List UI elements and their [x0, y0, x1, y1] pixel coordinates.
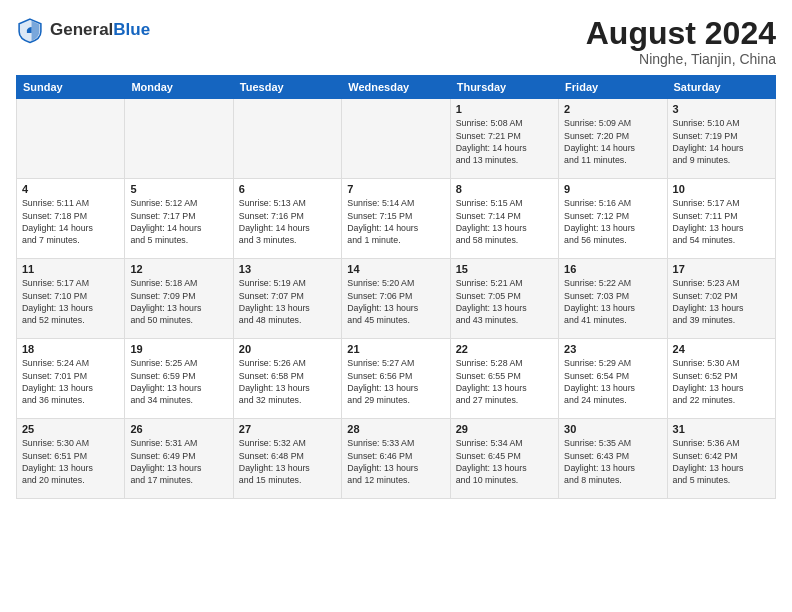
calendar-week-1: 1Sunrise: 5:08 AM Sunset: 7:21 PM Daylig… [17, 99, 776, 179]
day-info: Sunrise: 5:13 AM Sunset: 7:16 PM Dayligh… [239, 197, 336, 246]
calendar-cell [233, 99, 341, 179]
day-info: Sunrise: 5:28 AM Sunset: 6:55 PM Dayligh… [456, 357, 553, 406]
calendar-cell: 6Sunrise: 5:13 AM Sunset: 7:16 PM Daylig… [233, 179, 341, 259]
day-info: Sunrise: 5:19 AM Sunset: 7:07 PM Dayligh… [239, 277, 336, 326]
day-number: 16 [564, 263, 661, 275]
day-number: 21 [347, 343, 444, 355]
day-info: Sunrise: 5:33 AM Sunset: 6:46 PM Dayligh… [347, 437, 444, 486]
day-info: Sunrise: 5:27 AM Sunset: 6:56 PM Dayligh… [347, 357, 444, 406]
day-number: 30 [564, 423, 661, 435]
day-info: Sunrise: 5:34 AM Sunset: 6:45 PM Dayligh… [456, 437, 553, 486]
calendar-cell: 19Sunrise: 5:25 AM Sunset: 6:59 PM Dayli… [125, 339, 233, 419]
day-number: 31 [673, 423, 770, 435]
calendar-cell: 16Sunrise: 5:22 AM Sunset: 7:03 PM Dayli… [559, 259, 667, 339]
day-number: 11 [22, 263, 119, 275]
day-info: Sunrise: 5:12 AM Sunset: 7:17 PM Dayligh… [130, 197, 227, 246]
calendar-cell [125, 99, 233, 179]
calendar-cell: 12Sunrise: 5:18 AM Sunset: 7:09 PM Dayli… [125, 259, 233, 339]
day-number: 29 [456, 423, 553, 435]
location: Ninghe, Tianjin, China [586, 51, 776, 67]
month-year: August 2024 [586, 16, 776, 51]
day-number: 8 [456, 183, 553, 195]
day-info: Sunrise: 5:30 AM Sunset: 6:52 PM Dayligh… [673, 357, 770, 406]
day-number: 24 [673, 343, 770, 355]
day-info: Sunrise: 5:24 AM Sunset: 7:01 PM Dayligh… [22, 357, 119, 406]
title-block: August 2024 Ninghe, Tianjin, China [586, 16, 776, 67]
header-monday: Monday [125, 76, 233, 99]
calendar-cell: 1Sunrise: 5:08 AM Sunset: 7:21 PM Daylig… [450, 99, 558, 179]
day-number: 3 [673, 103, 770, 115]
day-info: Sunrise: 5:18 AM Sunset: 7:09 PM Dayligh… [130, 277, 227, 326]
calendar-cell: 3Sunrise: 5:10 AM Sunset: 7:19 PM Daylig… [667, 99, 775, 179]
calendar-cell: 28Sunrise: 5:33 AM Sunset: 6:46 PM Dayli… [342, 419, 450, 499]
day-info: Sunrise: 5:36 AM Sunset: 6:42 PM Dayligh… [673, 437, 770, 486]
day-number: 19 [130, 343, 227, 355]
calendar-cell: 21Sunrise: 5:27 AM Sunset: 6:56 PM Dayli… [342, 339, 450, 419]
calendar-cell: 17Sunrise: 5:23 AM Sunset: 7:02 PM Dayli… [667, 259, 775, 339]
calendar-cell: 15Sunrise: 5:21 AM Sunset: 7:05 PM Dayli… [450, 259, 558, 339]
calendar-cell: 26Sunrise: 5:31 AM Sunset: 6:49 PM Dayli… [125, 419, 233, 499]
day-number: 15 [456, 263, 553, 275]
calendar-cell: 30Sunrise: 5:35 AM Sunset: 6:43 PM Dayli… [559, 419, 667, 499]
calendar-cell: 9Sunrise: 5:16 AM Sunset: 7:12 PM Daylig… [559, 179, 667, 259]
day-number: 6 [239, 183, 336, 195]
calendar-cell: 24Sunrise: 5:30 AM Sunset: 6:52 PM Dayli… [667, 339, 775, 419]
header-saturday: Saturday [667, 76, 775, 99]
day-info: Sunrise: 5:08 AM Sunset: 7:21 PM Dayligh… [456, 117, 553, 166]
calendar-cell: 11Sunrise: 5:17 AM Sunset: 7:10 PM Dayli… [17, 259, 125, 339]
calendar-week-5: 25Sunrise: 5:30 AM Sunset: 6:51 PM Dayli… [17, 419, 776, 499]
calendar-cell: 27Sunrise: 5:32 AM Sunset: 6:48 PM Dayli… [233, 419, 341, 499]
calendar-cell: 14Sunrise: 5:20 AM Sunset: 7:06 PM Dayli… [342, 259, 450, 339]
day-info: Sunrise: 5:35 AM Sunset: 6:43 PM Dayligh… [564, 437, 661, 486]
calendar-week-2: 4Sunrise: 5:11 AM Sunset: 7:18 PM Daylig… [17, 179, 776, 259]
day-number: 1 [456, 103, 553, 115]
calendar-cell [342, 99, 450, 179]
day-number: 18 [22, 343, 119, 355]
day-number: 25 [22, 423, 119, 435]
day-info: Sunrise: 5:17 AM Sunset: 7:11 PM Dayligh… [673, 197, 770, 246]
day-number: 10 [673, 183, 770, 195]
day-number: 9 [564, 183, 661, 195]
calendar-header: GeneralBlue August 2024 Ninghe, Tianjin,… [16, 16, 776, 67]
day-number: 5 [130, 183, 227, 195]
header-friday: Friday [559, 76, 667, 99]
header-thursday: Thursday [450, 76, 558, 99]
header-sunday: Sunday [17, 76, 125, 99]
day-header-row: Sunday Monday Tuesday Wednesday Thursday… [17, 76, 776, 99]
day-number: 13 [239, 263, 336, 275]
calendar-cell: 22Sunrise: 5:28 AM Sunset: 6:55 PM Dayli… [450, 339, 558, 419]
day-info: Sunrise: 5:11 AM Sunset: 7:18 PM Dayligh… [22, 197, 119, 246]
calendar-cell: 8Sunrise: 5:15 AM Sunset: 7:14 PM Daylig… [450, 179, 558, 259]
day-number: 17 [673, 263, 770, 275]
calendar-cell: 7Sunrise: 5:14 AM Sunset: 7:15 PM Daylig… [342, 179, 450, 259]
day-info: Sunrise: 5:14 AM Sunset: 7:15 PM Dayligh… [347, 197, 444, 246]
day-number: 2 [564, 103, 661, 115]
day-info: Sunrise: 5:17 AM Sunset: 7:10 PM Dayligh… [22, 277, 119, 326]
header-wednesday: Wednesday [342, 76, 450, 99]
calendar-cell: 25Sunrise: 5:30 AM Sunset: 6:51 PM Dayli… [17, 419, 125, 499]
header-tuesday: Tuesday [233, 76, 341, 99]
day-number: 14 [347, 263, 444, 275]
logo: GeneralBlue [16, 16, 150, 44]
day-number: 7 [347, 183, 444, 195]
calendar-cell: 10Sunrise: 5:17 AM Sunset: 7:11 PM Dayli… [667, 179, 775, 259]
calendar-week-4: 18Sunrise: 5:24 AM Sunset: 7:01 PM Dayli… [17, 339, 776, 419]
logo-blue: Blue [113, 20, 150, 39]
calendar-cell: 4Sunrise: 5:11 AM Sunset: 7:18 PM Daylig… [17, 179, 125, 259]
day-number: 27 [239, 423, 336, 435]
day-info: Sunrise: 5:09 AM Sunset: 7:20 PM Dayligh… [564, 117, 661, 166]
calendar-cell [17, 99, 125, 179]
calendar-cell: 20Sunrise: 5:26 AM Sunset: 6:58 PM Dayli… [233, 339, 341, 419]
calendar-cell: 29Sunrise: 5:34 AM Sunset: 6:45 PM Dayli… [450, 419, 558, 499]
day-info: Sunrise: 5:30 AM Sunset: 6:51 PM Dayligh… [22, 437, 119, 486]
day-info: Sunrise: 5:23 AM Sunset: 7:02 PM Dayligh… [673, 277, 770, 326]
day-info: Sunrise: 5:21 AM Sunset: 7:05 PM Dayligh… [456, 277, 553, 326]
generalblue-logo-icon [16, 16, 44, 44]
day-number: 26 [130, 423, 227, 435]
day-info: Sunrise: 5:15 AM Sunset: 7:14 PM Dayligh… [456, 197, 553, 246]
calendar-cell: 23Sunrise: 5:29 AM Sunset: 6:54 PM Dayli… [559, 339, 667, 419]
day-number: 23 [564, 343, 661, 355]
day-info: Sunrise: 5:16 AM Sunset: 7:12 PM Dayligh… [564, 197, 661, 246]
calendar-table: Sunday Monday Tuesday Wednesday Thursday… [16, 75, 776, 499]
day-info: Sunrise: 5:22 AM Sunset: 7:03 PM Dayligh… [564, 277, 661, 326]
